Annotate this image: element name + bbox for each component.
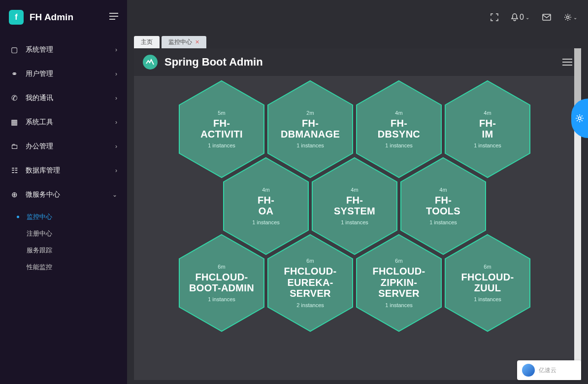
sidebar-item-system-manage[interactable]: ▢ 系统管理 › [0, 37, 127, 62]
service-uptime: 4m [351, 187, 358, 193]
service-uptime: 4m [484, 110, 491, 116]
sidebar-item-communication[interactable]: ✆ 我的通讯 › [0, 86, 127, 110]
sidebar-sub-monitor-center[interactable]: 监控中心 [0, 209, 127, 225]
service-hex[interactable]: 6mFHCLOUD-ZUUL1 instances [444, 234, 531, 332]
brand-bar: f FH Admin [0, 0, 127, 35]
service-instances: 1 instances [341, 219, 368, 225]
topbar: 0 ⌄ ⌄ [127, 0, 588, 35]
notifications-button[interactable]: 0 ⌄ [511, 13, 529, 22]
sidebar-sub-registry-center[interactable]: 注册中心 [0, 225, 127, 242]
sidebar: f FH Admin ▢ 系统管理 › ⚭ 用户管理 › ✆ 我的通讯 › ▦ … [0, 0, 127, 384]
svg-rect-0 [543, 14, 551, 20]
service-name: FH-OA [258, 195, 274, 217]
service-uptime: 4m [439, 187, 447, 193]
service-instances: 1 instances [208, 142, 235, 148]
globe-icon: ⊕ [10, 190, 19, 199]
sidebar-submenu: 监控中心 注册中心 服务跟踪 性能监控 [0, 207, 127, 279]
phone-icon: ✆ [10, 94, 19, 103]
service-name: FH-IM [479, 118, 496, 140]
sidebar-item-database-manage[interactable]: ☷ 数据库管理 › [0, 158, 127, 182]
tab-home[interactable]: 主页 [134, 36, 160, 48]
tab-monitor-center[interactable]: 监控中心 ✕ [162, 36, 206, 48]
sidebar-item-label: 微服务中心 [26, 190, 60, 199]
sidebar-item-label: 数据库管理 [26, 166, 60, 175]
service-instances: 1 instances [208, 296, 235, 302]
sidebar-item-system-tools[interactable]: ▦ 系统工具 › [0, 110, 127, 134]
hamburger-icon[interactable] [562, 57, 572, 68]
chat-widget[interactable]: 亿速云 [517, 360, 581, 380]
chevron-down-icon: ⌄ [573, 15, 577, 20]
sidebar-item-label: 我的通讯 [26, 94, 53, 103]
service-uptime: 6m [395, 258, 402, 264]
service-hex-grid: 5mFH-ACTIVITI1 instances2mFH-DBMANAGE1 i… [134, 76, 581, 380]
service-name: FH-DBMANAGE [281, 118, 340, 140]
service-uptime: 5m [218, 110, 225, 116]
service-instances: 1 instances [296, 142, 324, 148]
service-uptime: 6m [306, 258, 314, 264]
sidebar-sub-performance-monitor[interactable]: 性能监控 [0, 259, 127, 276]
brand-logo-icon: f [9, 10, 24, 25]
sidebar-item-label: 系统工具 [26, 118, 53, 127]
sidebar-sub-service-tracking[interactable]: 服务跟踪 [0, 242, 127, 259]
service-name: FH-SYSTEM [334, 195, 375, 217]
brand-title: FH Admin [30, 12, 73, 23]
service-uptime: 4m [262, 187, 269, 193]
chevron-down-icon: ⌄ [112, 191, 117, 198]
service-hex[interactable]: 6mFHCLOUD-EUREKA-SERVER2 instances [267, 234, 354, 332]
chevron-right-icon: › [115, 167, 117, 174]
service-hex[interactable]: 6mFHCLOUD-ZIPKIN-SERVER1 instances [356, 234, 442, 332]
avatar-icon [522, 364, 535, 377]
monitor-icon: ▢ [10, 45, 19, 54]
service-instances: 2 instances [296, 302, 324, 308]
svg-point-1 [567, 16, 569, 19]
content-area: 主页 监控中心 ✕ Spring Boot Admin 5mFH-ACTIVIT… [127, 35, 588, 384]
sidebar-item-label: 办公管理 [26, 142, 53, 151]
service-hex[interactable]: 6mFHCLOUD-BOOT-ADMIN1 instances [178, 234, 265, 332]
service-uptime: 6m [218, 264, 225, 270]
chevron-right-icon: › [115, 119, 117, 126]
close-icon[interactable]: ✕ [195, 39, 199, 45]
database-icon: ☷ [10, 166, 19, 175]
sidebar-collapse-icon[interactable] [109, 13, 118, 22]
chevron-right-icon: › [115, 143, 117, 150]
users-icon: ⚭ [10, 70, 19, 78]
fullscreen-icon[interactable] [490, 13, 498, 21]
sidebar-item-microservice-center[interactable]: ⊕ 微服务中心 ⌄ [0, 182, 127, 207]
service-uptime: 6m [484, 264, 491, 270]
service-uptime: 4m [395, 110, 402, 116]
service-name: FHCLOUD-ZUUL [461, 272, 514, 294]
sidebar-item-office-manage[interactable]: 🗀 办公管理 › [0, 134, 127, 158]
service-instances: 1 instances [385, 302, 413, 308]
sba-title: Spring Boot Admin [164, 56, 263, 69]
grid-icon: ▦ [10, 118, 19, 127]
chevron-right-icon: › [115, 70, 117, 77]
sidebar-item-label: 用户管理 [26, 70, 53, 78]
service-instances: 1 instances [252, 219, 280, 225]
service-uptime: 2m [306, 110, 314, 116]
settings-button[interactable]: ⌄ [564, 13, 577, 21]
service-name: FH-TOOLS [426, 195, 460, 217]
briefcase-icon: 🗀 [10, 142, 19, 150]
service-name: FHCLOUD-ZIPKIN-SERVER [360, 266, 437, 299]
sidebar-item-user-manage[interactable]: ⚭ 用户管理 › [0, 62, 127, 86]
chevron-down-icon: ⌄ [525, 15, 529, 20]
service-instances: 1 instances [474, 142, 501, 148]
service-instances: 1 instances [474, 296, 501, 302]
service-instances: 1 instances [429, 219, 457, 225]
service-name: FHCLOUD-EUREKA-SERVER [272, 266, 349, 299]
sidebar-item-label: 系统管理 [26, 45, 53, 54]
sba-logo-icon [143, 55, 158, 70]
service-instances: 1 instances [385, 142, 413, 148]
service-name: FHCLOUD-BOOT-ADMIN [189, 272, 254, 294]
nav: ▢ 系统管理 › ⚭ 用户管理 › ✆ 我的通讯 › ▦ 系统工具 › 🗀 办公… [0, 35, 127, 279]
sba-header: Spring Boot Admin [134, 48, 581, 76]
chevron-right-icon: › [115, 46, 117, 53]
tabs-bar: 主页 监控中心 ✕ [127, 35, 588, 48]
spring-boot-admin-frame: Spring Boot Admin 5mFH-ACTIVITI1 instanc… [134, 48, 581, 380]
service-name: FH-ACTIVITI [200, 118, 243, 140]
scrollbar-track[interactable] [574, 48, 581, 380]
chat-brand-label: 亿速云 [539, 366, 556, 375]
service-name: FH-DBSYNC [378, 118, 420, 140]
mail-icon[interactable] [542, 14, 551, 21]
notifications-count: 0 [520, 13, 524, 22]
